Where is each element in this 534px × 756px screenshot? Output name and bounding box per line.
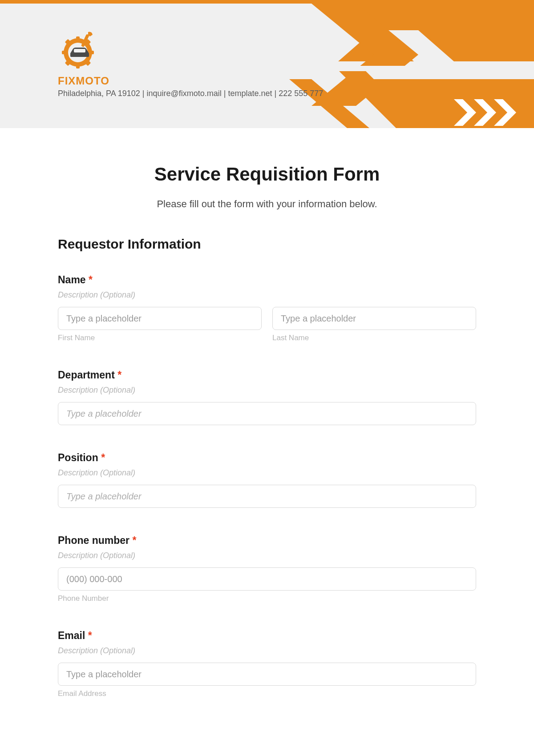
last-name-col: Last Name [272, 307, 476, 342]
department-description: Description (Optional) [58, 386, 476, 395]
form-subtitle: Please fill out the form with your infor… [58, 198, 476, 210]
email-label: Email * [58, 630, 476, 642]
field-position: Position * Description (Optional) [58, 452, 476, 508]
form-title: Service Requisition Form [58, 164, 476, 185]
field-name: Name * Description (Optional) First Name… [58, 274, 476, 342]
form-content: Service Requisition Form Please fill out… [0, 128, 534, 725]
brand-logo-icon [58, 30, 102, 70]
field-phone: Phone number * Description (Optional) Ph… [58, 535, 476, 603]
phone-sublabel: Phone Number [58, 594, 476, 603]
name-row: First Name Last Name [58, 307, 476, 342]
name-description: Description (Optional) [58, 290, 476, 300]
name-label: Name * [58, 274, 476, 286]
brand-name: FIXMOTO [58, 75, 109, 87]
last-name-input[interactable] [272, 307, 476, 330]
phone-input[interactable] [58, 567, 476, 591]
page-header: FIXMOTO Philadelphia, PA 19102 | inquire… [0, 4, 534, 128]
required-asterisk: * [132, 535, 136, 546]
phone-description: Description (Optional) [58, 551, 476, 560]
svg-rect-5 [89, 51, 94, 54]
svg-rect-10 [74, 49, 85, 52]
top-accent-stripe [0, 0, 534, 4]
logo-block: FIXMOTO Philadelphia, PA 19102 | inquire… [58, 30, 534, 98]
required-asterisk: * [101, 452, 105, 463]
svg-rect-2 [76, 36, 80, 42]
email-label-text: Email [58, 630, 85, 641]
first-name-sublabel: First Name [58, 334, 262, 342]
email-description: Description (Optional) [58, 646, 476, 655]
department-input[interactable] [58, 402, 476, 425]
field-department: Department * Description (Optional) [58, 369, 476, 425]
email-input[interactable] [58, 663, 476, 686]
section-requestor-heading: Requestor Information [58, 237, 476, 252]
field-email: Email * Description (Optional) Email Add… [58, 630, 476, 698]
last-name-sublabel: Last Name [272, 334, 476, 342]
position-input[interactable] [58, 485, 476, 508]
department-label: Department * [58, 369, 476, 381]
phone-label: Phone number * [58, 535, 476, 547]
email-sublabel: Email Address [58, 689, 476, 698]
position-description: Description (Optional) [58, 468, 476, 478]
position-label: Position * [58, 452, 476, 464]
header-inner: FIXMOTO Philadelphia, PA 19102 | inquire… [0, 4, 534, 98]
first-name-input[interactable] [58, 307, 262, 330]
position-label-text: Position [58, 452, 98, 463]
department-label-text: Department [58, 369, 115, 381]
page-root: FIXMOTO Philadelphia, PA 19102 | inquire… [0, 0, 534, 725]
phone-label-text: Phone number [58, 535, 129, 546]
brand-contact-line: Philadelphia, PA 19102 | inquire@fixmoto… [58, 89, 323, 98]
first-name-col: First Name [58, 307, 262, 342]
required-asterisk: * [88, 630, 92, 641]
svg-rect-4 [62, 51, 67, 54]
svg-rect-3 [76, 63, 80, 68]
required-asterisk: * [89, 274, 93, 286]
name-label-text: Name [58, 274, 86, 286]
required-asterisk: * [117, 369, 121, 381]
